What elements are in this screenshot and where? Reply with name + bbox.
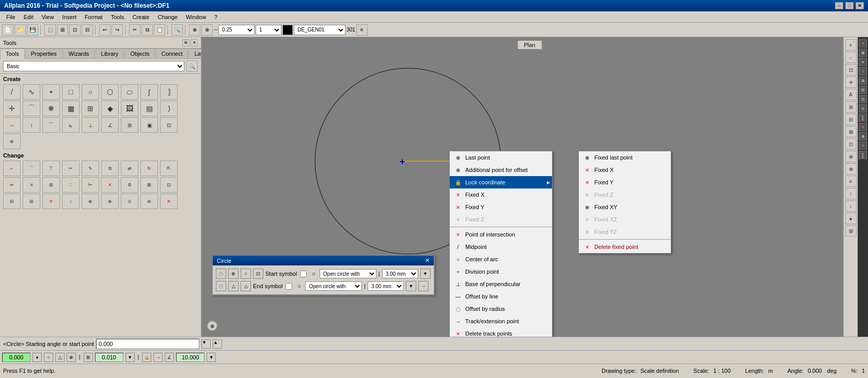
tool-ellipse[interactable]: ⬭ [121, 84, 138, 100]
tb-layer-combo[interactable]: DE_GEN01 [294, 25, 345, 35]
fr-btn5[interactable]: ⊞ [859, 76, 867, 85]
tool-point[interactable]: • [42, 84, 60, 100]
tool-dim-h[interactable]: ↔ [3, 117, 21, 133]
tool-image[interactable]: 🖼 [121, 101, 138, 116]
rt-fit[interactable]: ⊡ [845, 64, 857, 75]
tool-coord[interactable]: ⊕ [3, 134, 21, 149]
chg-copy[interactable]: ⧉ [101, 161, 119, 176]
tools-float[interactable]: ⧉ [182, 39, 190, 46]
coord-rel[interactable]: ○ [44, 353, 53, 362]
tool-pattern[interactable]: ▤ [140, 101, 158, 116]
tb-redo[interactable]: ↪ [112, 24, 123, 36]
ctx-division-point[interactable]: ÷ Division point [450, 265, 552, 278]
circle-type-btn2[interactable]: ⊕ [228, 269, 239, 279]
cmd-input[interactable] [96, 339, 199, 349]
end-symbol-check[interactable] [286, 283, 292, 290]
tool-curve[interactable]: ∿ [23, 84, 40, 100]
canvas-area[interactable]: + - ⊡ ✛ A ⊞ ⊟ ⊠ ⊡ ⊕ ⊗ ≡ ↑ ↓ ● ⊞ Plan + [201, 37, 858, 337]
rt-r1[interactable]: ⊞ [845, 101, 857, 113]
tool-arc[interactable]: ⌒ [23, 101, 40, 116]
tb-btn3[interactable]: ⊞ [57, 24, 68, 36]
rt-zoom-in[interactable]: + [845, 39, 857, 51]
tool-fill[interactable]: ◆ [101, 101, 119, 116]
tb-scale-combo[interactable]: 1 [256, 25, 281, 35]
chg-prop[interactable]: ⚙ [121, 177, 138, 193]
chg-trim[interactable]: ⊤ [42, 161, 60, 176]
menu-window[interactable]: Window [182, 13, 210, 21]
tool-cross[interactable]: ✛ [3, 101, 21, 116]
tool-irregular[interactable]: ❋ [42, 101, 60, 116]
ctx-track-extension-point[interactable]: → Track/extension point [450, 315, 552, 327]
chg-g[interactable]: ⊗ [101, 194, 119, 209]
rt-r4[interactable]: ⊡ [845, 138, 857, 150]
tb-open[interactable]: 📁 [14, 24, 26, 36]
ctx-fixed-y[interactable]: ✕ Fixed Y [450, 201, 552, 213]
menu-view[interactable]: View [38, 13, 58, 21]
circle-type-btn1[interactable]: ◌ [216, 269, 226, 279]
fr-btn6[interactable]: ⊟ [859, 86, 867, 94]
chg-rotate[interactable]: ↻ [140, 161, 158, 176]
chg-i[interactable]: ⊛ [140, 194, 158, 209]
sub-fixed-xy[interactable]: ⊕ Fixed XY [579, 201, 671, 213]
tb-snap[interactable]: ⊕ [189, 24, 200, 36]
tb-copy[interactable]: ⧉ [141, 24, 153, 36]
ctx-center-of-arc[interactable]: ○ Center of arc [450, 253, 552, 265]
tool-dim-d[interactable]: ∠ [101, 117, 119, 133]
menu-file[interactable]: File [2, 13, 20, 21]
menu-create[interactable]: Create [128, 13, 153, 21]
circle-end-btn2[interactable]: △ [228, 281, 239, 291]
tb-zoom[interactable]: 🔍 [171, 24, 183, 36]
tool-hatch[interactable]: ▦ [62, 101, 80, 116]
circle-type-btn4[interactable]: ⊡ [253, 269, 263, 279]
circle-end-val-combo[interactable]: 3.00 mm [368, 281, 404, 291]
fr-btn2[interactable]: ⊠ [859, 49, 867, 57]
ctx-last-point[interactable]: ⊕ Last point [450, 151, 552, 164]
tb-new[interactable]: 📄 [2, 24, 13, 36]
tb-undo[interactable]: ↩ [99, 24, 111, 36]
circle-arrow-btn[interactable]: → [418, 281, 429, 291]
circle-type-btn3[interactable]: ○ [241, 269, 251, 279]
close-button[interactable]: ✕ [856, 2, 864, 9]
rt-zoom-out[interactable]: - [845, 52, 857, 63]
rt-r8[interactable]: ↑ [845, 188, 857, 199]
tools-close[interactable]: ✕ [191, 39, 198, 46]
ctx-lock-coordinate[interactable]: 🔒 Lock coordinate [450, 176, 552, 188]
sub-fixed-last-point[interactable]: ⊕ Fixed last point [579, 151, 671, 164]
fr-btn3[interactable]: ≡ [859, 58, 867, 66]
tool-dim-a[interactable]: ⌒ [42, 117, 60, 133]
circle-start-combo[interactable]: Open circle with [320, 269, 376, 278]
coord-pol[interactable]: △ [55, 353, 65, 362]
ctx-delete-track-points[interactable]: ✕ Delete track points [450, 327, 552, 337]
rt-text[interactable]: A [845, 89, 857, 100]
chg-h[interactable]: ⊙ [121, 194, 138, 209]
ctx-additional-point[interactable]: ⊕ Additional point for offset [450, 164, 552, 176]
chg-f[interactable]: ⊕ [82, 194, 99, 209]
rt-r5[interactable]: ⊕ [845, 151, 857, 162]
ctx-point-of-intersection[interactable]: ✕ Point of intersection [450, 228, 552, 241]
sub-fixed-yz[interactable]: ✕ Fixed YZ [579, 226, 671, 238]
rt-r6[interactable]: ⊗ [845, 163, 857, 175]
sub-fixed-z[interactable]: ✕ Fixed Z [579, 188, 671, 201]
circle-dialog-close[interactable]: ✕ [425, 257, 430, 264]
tool-right[interactable]: ⟩ [160, 101, 178, 116]
coord-lock-btn[interactable]: 🔒 [142, 353, 151, 362]
tb-snap2[interactable]: ⊗ [201, 24, 213, 36]
rt-r9[interactable]: ↓ [845, 200, 857, 212]
tool-rect[interactable]: □ [62, 84, 80, 100]
tool-hex[interactable]: ⬡ [101, 84, 119, 100]
chg-break[interactable]: ✂ [62, 161, 80, 176]
chg-offset[interactable]: ⊞ [42, 177, 60, 193]
coord-snap-down[interactable]: ▼ [125, 353, 135, 362]
tb-layer-btn[interactable]: ≡ [356, 24, 368, 36]
tb-cut[interactable]: ✂ [129, 24, 140, 36]
chg-del[interactable]: ✕ [101, 177, 119, 193]
fr-btn12[interactable]: ✕ [859, 141, 867, 150]
tb-btn2[interactable]: ⬚ [44, 24, 56, 36]
circle-end-btn1[interactable]: ◌ [216, 281, 226, 291]
chg-mirror[interactable]: ⇌ [121, 161, 138, 176]
rt-pan[interactable]: ✛ [845, 76, 857, 88]
menu-insert[interactable]: Insert [58, 13, 81, 21]
chg-j[interactable]: ✕ [160, 194, 178, 209]
tb-lineweight-combo[interactable]: 0.25 [218, 25, 255, 35]
chg-b[interactable]: ⊡ [160, 177, 178, 193]
